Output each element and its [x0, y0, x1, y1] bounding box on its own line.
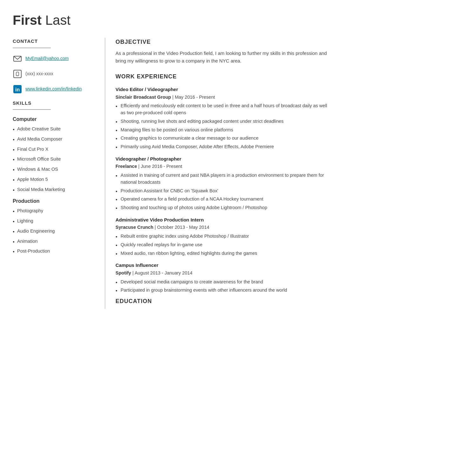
main-layout: CONTACT MyEmail@yahoo.com — [13, 38, 330, 309]
job-meta: Spotify | August 2013 - January 2014 — [116, 270, 330, 277]
job-company: Spotify — [116, 270, 131, 275]
job-bullet-item: Primarily using Avid Media Composer, Ado… — [116, 143, 330, 150]
full-name: First Last — [13, 10, 330, 30]
work-experience-section: WORK EXPERIENCE Video Editor / Videograp… — [116, 72, 330, 294]
linkedin-icon: in — [13, 85, 22, 94]
job-bullet-item: Developed social media campaigns to crea… — [116, 279, 330, 286]
job-company: Sinclair Broadcast Group — [116, 95, 171, 100]
job-bullet-item: Operated camera for a field production o… — [116, 196, 330, 203]
email-item: MyEmail@yahoo.com — [13, 54, 97, 63]
job-bullet-item: Managing files to be posted on various o… — [116, 127, 330, 134]
job-entry: Administrative Video Production InternSy… — [116, 216, 330, 257]
job-bullet-item: Mixed audio, ran ribbon lighting, edited… — [116, 250, 330, 257]
contact-title: CONTACT — [13, 38, 97, 45]
job-meta: Sinclair Broadcast Group | May 2016 - Pr… — [116, 94, 330, 101]
linkedin-item: in www.linkedin.com/in/linkedin — [13, 84, 97, 94]
phone-icon-wrapper — [13, 69, 22, 79]
skill-item: Avid Media Composer — [13, 136, 97, 143]
job-entry: Videographer / PhotographerFreelance | J… — [116, 155, 330, 211]
svg-point-2 — [17, 75, 18, 76]
computer-subsection-title: Computer — [13, 116, 97, 123]
skills-divider — [13, 109, 51, 110]
job-title: Administrative Video Production Intern — [116, 216, 330, 224]
job-entry: Campus InfluencerSpotify | August 2013 -… — [116, 262, 330, 294]
job-bullet-item: Assisted in training of current and past… — [116, 172, 330, 186]
first-name: First — [13, 13, 42, 28]
svg-text:in: in — [15, 87, 20, 92]
job-bullets: Efficiently and meticulously edit conten… — [116, 102, 330, 150]
phone-border-box — [13, 70, 22, 78]
job-title: Video Editor / Videographer — [116, 86, 330, 93]
left-column: CONTACT MyEmail@yahoo.com — [13, 38, 105, 309]
skill-item: Photography — [13, 208, 97, 215]
skills-title: SKILLS — [13, 100, 97, 107]
skill-item: Audio Engineering — [13, 228, 97, 235]
job-meta: Freelance | June 2016 - Present — [116, 163, 330, 170]
phone-item: (xxx) xxx-xxxx — [13, 69, 97, 79]
job-bullet-item: Rebuilt entire graphic index using Adobe… — [116, 233, 330, 240]
job-bullet-item: Efficiently and meticulously edit conten… — [116, 102, 330, 116]
page-header: First Last — [13, 10, 330, 30]
skill-item: Lighting — [13, 218, 97, 225]
skill-item: Animation — [13, 238, 97, 245]
job-bullet-item: Participated in group brainstorming even… — [116, 287, 330, 294]
education-section: EDUCATION — [116, 297, 330, 306]
envelope-icon — [13, 55, 22, 63]
email-icon-wrapper — [13, 54, 22, 63]
production-subsection-title: Production — [13, 197, 97, 205]
last-name: Last — [45, 13, 70, 28]
phone-text: (xxx) xxx-xxxx — [25, 70, 53, 77]
job-bullets: Developed social media campaigns to crea… — [116, 279, 330, 294]
linkedin-link[interactable]: www.linkedin.com/in/linkedin — [25, 86, 82, 92]
skill-item: Social Media Marketing — [13, 186, 97, 193]
job-bullet-item: Creating graphics to communicate a clear… — [116, 135, 330, 142]
job-title: Campus Influencer — [116, 262, 330, 269]
skill-item: Windows & Mac OS — [13, 166, 97, 173]
job-meta: Syracuse Crunch | October 2013 - May 201… — [116, 224, 330, 231]
email-link[interactable]: MyEmail@yahoo.com — [25, 55, 69, 62]
skills-section: SKILLS Computer Adobe Creative SuiteAvid… — [13, 100, 97, 255]
job-bullet-item: Shooting, running live shots and editing… — [116, 118, 330, 125]
production-skills-list: PhotographyLightingAudio EngineeringAnim… — [13, 208, 97, 255]
right-column: OBJECTIVE As a professional in the Video… — [105, 38, 330, 309]
objective-text: As a professional in the Video Productio… — [116, 50, 330, 65]
skill-item: Adobe Creative Suite — [13, 126, 97, 133]
work-experience-title: WORK EXPERIENCE — [116, 72, 330, 81]
skill-item: Post-Production — [13, 248, 97, 255]
contact-divider — [13, 48, 51, 48]
job-bullets: Rebuilt entire graphic index using Adobe… — [116, 233, 330, 257]
education-title: EDUCATION — [116, 297, 330, 306]
skill-item: Final Cut Pro X — [13, 146, 97, 153]
skill-item: Apple Motion 5 — [13, 176, 97, 183]
linkedin-icon-wrapper: in — [13, 84, 22, 94]
job-company: Freelance — [116, 164, 137, 169]
objective-title: OBJECTIVE — [116, 38, 330, 46]
computer-skills-list: Adobe Creative SuiteAvid Media ComposerF… — [13, 126, 97, 193]
job-bullets: Assisted in training of current and past… — [116, 172, 330, 211]
job-company: Syracuse Crunch — [116, 225, 153, 230]
job-bullet-item: Production Assistant for CNBC on 'Squawk… — [116, 188, 330, 195]
skill-item: Microsoft Office Suite — [13, 156, 97, 163]
job-entry: Video Editor / VideographerSinclair Broa… — [116, 86, 330, 150]
contact-section: CONTACT MyEmail@yahoo.com — [13, 38, 97, 94]
jobs-container: Video Editor / VideographerSinclair Broa… — [116, 86, 330, 294]
objective-section: OBJECTIVE As a professional in the Video… — [116, 38, 330, 65]
phone-icon — [15, 72, 20, 76]
job-bullet-item: Quickly recalled replays for in-game use — [116, 241, 330, 248]
job-title: Videographer / Photographer — [116, 155, 330, 163]
job-bullet-item: Shooting and touching up of photos using… — [116, 204, 330, 211]
